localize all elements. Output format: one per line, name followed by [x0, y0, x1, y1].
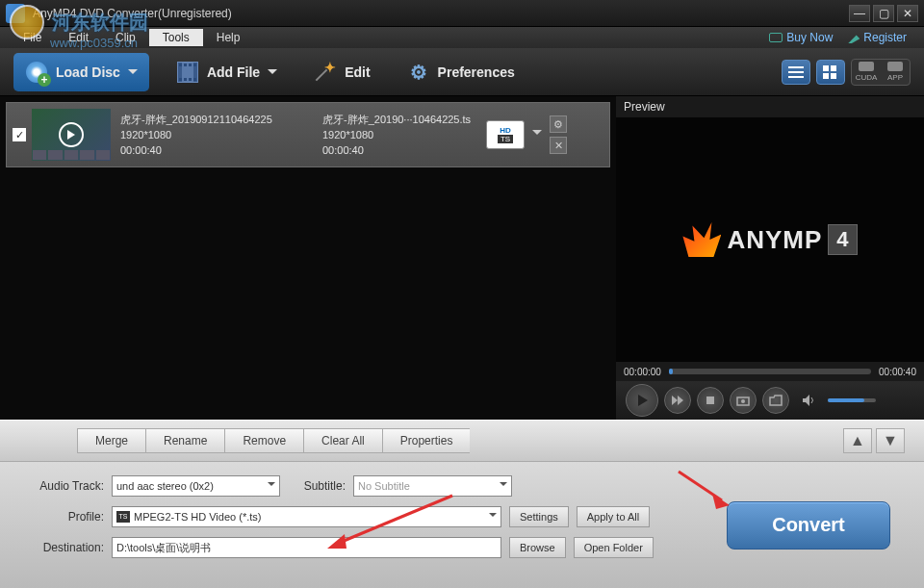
disc-icon — [26, 62, 47, 83]
subtitle-select[interactable]: No Subtitle — [353, 475, 512, 497]
list-icon — [788, 65, 804, 79]
register-label: Register — [863, 31, 907, 44]
menu-clip[interactable]: Clip — [102, 29, 149, 46]
brand-logo: ANYMP 4 — [682, 222, 857, 257]
flame-icon — [682, 222, 721, 257]
preview-controls — [616, 381, 924, 420]
minimize-button[interactable]: — — [849, 5, 870, 22]
grid-icon — [823, 65, 838, 79]
preview-video: ANYMP 4 — [616, 117, 924, 362]
file-output-resolution: 1920*1080 — [322, 127, 486, 142]
volume-slider[interactable] — [828, 398, 876, 402]
load-disc-button[interactable]: Load Disc — [13, 53, 149, 91]
toolbar: Load Disc Add File Edit ⚙ Preferences CU… — [0, 48, 924, 96]
titlebar: AnyMP4 DVD Converter(Unregistered) — ▢ ✕ — [0, 0, 924, 27]
settings-button[interactable]: Settings — [509, 506, 569, 527]
format-badge[interactable]: HD TS — [486, 120, 525, 149]
file-output-duration: 00:00:40 — [322, 142, 486, 158]
preview-pane: Preview ANYMP 4 00:00:00 00:00:40 — [616, 96, 924, 420]
audio-track-label: Audio Track: — [19, 479, 104, 493]
convert-button[interactable]: Convert — [727, 501, 890, 550]
preferences-button[interactable]: ⚙ Preferences — [398, 55, 525, 89]
move-down-button[interactable]: ▼ — [876, 428, 905, 453]
hd-label: HD — [500, 126, 511, 135]
main-area: ✓ 虎牙-胖炸_20190912110464225 1920*1080 00:0… — [0, 96, 924, 420]
file-info-source: 虎牙-胖炸_20190912110464225 1920*1080 00:00:… — [120, 112, 322, 158]
svg-rect-3 — [823, 65, 829, 71]
destination-label: Destination: — [19, 541, 104, 554]
volume-button[interactable] — [795, 387, 822, 414]
menu-file[interactable]: File — [10, 29, 55, 46]
menu-help[interactable]: Help — [203, 29, 254, 46]
film-icon — [177, 62, 198, 83]
svg-point-12 — [741, 399, 745, 403]
profile-label: Profile: — [19, 510, 104, 524]
svg-rect-2 — [788, 76, 804, 78]
window-title: AnyMP4 DVD Converter(Unregistered) — [33, 7, 849, 20]
thumbnail-view-button[interactable] — [816, 60, 845, 85]
row-delete-button[interactable]: ✕ — [550, 137, 567, 154]
profile-select[interactable]: TS MPEG2-TS HD Video (*.ts) — [112, 506, 501, 527]
edit-label: Edit — [345, 64, 370, 80]
cart-icon — [769, 33, 783, 42]
format-dropdown-icon[interactable] — [532, 130, 542, 140]
gear-icon: ⚙ — [407, 61, 430, 84]
cuda-label: CUDA — [852, 60, 881, 85]
browse-button[interactable]: Browse — [509, 537, 566, 558]
svg-marker-13 — [803, 395, 809, 406]
play-overlay-icon — [59, 122, 84, 147]
action-bar: Merge Rename Remove Clear All Properties… — [0, 420, 924, 462]
merge-button[interactable]: Merge — [77, 428, 145, 453]
volume-icon — [802, 394, 815, 407]
menubar: File Edit Clip Tools Help Buy Now Regist… — [0, 27, 924, 48]
seek-slider[interactable] — [669, 369, 871, 374]
stop-button[interactable] — [697, 387, 724, 414]
wand-icon — [315, 62, 336, 83]
menu-tools[interactable]: Tools — [149, 29, 203, 46]
close-button[interactable]: ✕ — [897, 5, 918, 22]
move-up-button[interactable]: ▲ — [843, 428, 872, 453]
load-disc-label: Load Disc — [56, 64, 120, 80]
preview-label: Preview — [616, 96, 924, 117]
forward-button[interactable] — [664, 387, 691, 414]
maximize-button[interactable]: ▢ — [873, 5, 894, 22]
file-thumbnail[interactable] — [32, 109, 111, 161]
edit-button[interactable]: Edit — [304, 55, 379, 89]
file-row[interactable]: ✓ 虎牙-胖炸_20190912110464225 1920*1080 00:0… — [6, 102, 610, 167]
amd-app-label: APP — [881, 60, 910, 85]
clear-all-button[interactable]: Clear All — [303, 428, 382, 453]
menu-edit[interactable]: Edit — [55, 29, 102, 46]
list-view-button[interactable] — [782, 60, 810, 85]
svg-rect-10 — [706, 396, 714, 404]
ts-label: TS — [498, 135, 513, 143]
file-output-name: 虎牙-胖炸_20190···10464225.ts — [322, 112, 486, 127]
add-file-button[interactable]: Add File — [167, 55, 287, 89]
file-checkbox[interactable]: ✓ — [13, 128, 26, 141]
properties-button[interactable]: Properties — [382, 428, 471, 453]
rename-button[interactable]: Rename — [145, 428, 224, 453]
play-button[interactable] — [626, 384, 658, 417]
preferences-label: Preferences — [438, 64, 515, 80]
brand-text: ANYMP — [727, 225, 822, 255]
svg-rect-1 — [788, 71, 804, 73]
app-logo-icon — [6, 4, 25, 23]
file-list-pane: ✓ 虎牙-胖炸_20190912110464225 1920*1080 00:0… — [0, 96, 616, 420]
time-total: 00:00:40 — [879, 367, 916, 377]
preview-timeline: 00:00:00 00:00:40 — [616, 362, 924, 381]
bottom-form: Audio Track: und aac stereo (0x2) Subtit… — [0, 462, 924, 588]
open-folder-button[interactable]: Open Folder — [574, 537, 654, 558]
buy-now-link[interactable]: Buy Now — [761, 31, 840, 44]
chevron-down-icon — [128, 69, 138, 79]
gpu-badge: CUDA APP — [851, 59, 911, 86]
destination-input[interactable]: D:\tools\桌面\说明书 — [112, 537, 501, 558]
audio-track-select[interactable]: und aac stereo (0x2) — [112, 475, 280, 497]
register-link[interactable]: Register — [840, 31, 914, 44]
snapshot-folder-button[interactable] — [762, 387, 789, 414]
remove-button[interactable]: Remove — [224, 428, 303, 453]
brand-4: 4 — [828, 224, 857, 255]
file-duration: 00:00:40 — [120, 142, 322, 158]
pen-icon — [848, 32, 860, 43]
row-settings-button[interactable]: ⚙ — [550, 115, 567, 133]
apply-all-button[interactable]: Apply to All — [577, 506, 650, 527]
snapshot-button[interactable] — [730, 387, 757, 414]
